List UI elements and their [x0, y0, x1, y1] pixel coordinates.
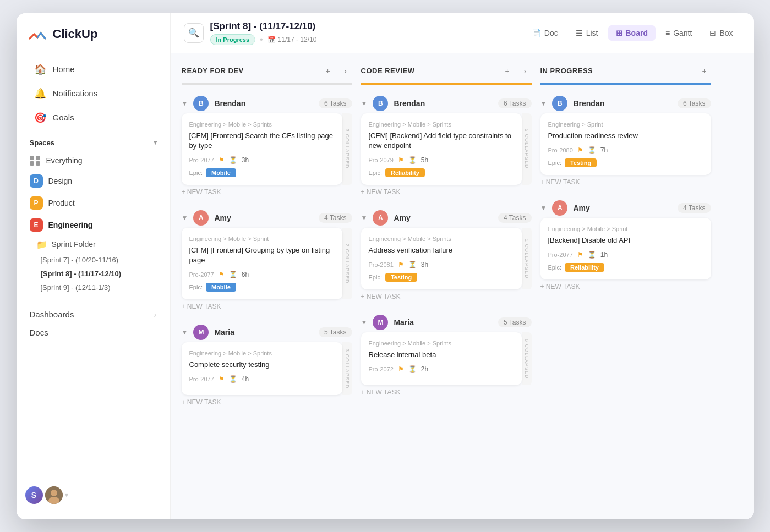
task-card-maria-cr[interactable]: Engineering > Mobile > Sprints Release i… — [361, 332, 522, 385]
home-icon: 🏠 — [34, 63, 46, 75]
box-icon: ⊟ — [709, 29, 716, 37]
task-breadcrumb-brendan-ip: Engineering > Sprint — [548, 121, 703, 128]
nav-home[interactable]: 🏠 Home — [21, 58, 166, 81]
new-task-maria-ready[interactable]: + NEW TASK — [182, 395, 352, 409]
column-code-review: CODE REVIEW + › ▼ B Brendan 6 Tasks — [361, 64, 532, 508]
sprint-8[interactable]: [Sprint 8] - (11/17-12/10) — [17, 267, 170, 281]
folder-icon: 📁 — [36, 239, 47, 250]
add-task-in-progress-button[interactable]: + — [698, 64, 711, 78]
view-tabs: 📄 Doc ☰ List ⊞ Board ≡ Gantt ⊟ Box — [524, 25, 741, 41]
task-time-brendan-cr: 5h — [421, 156, 428, 164]
tab-box[interactable]: ⊟ Box — [702, 25, 740, 41]
flag-icon-brendan-cr: ⚑ — [398, 156, 404, 164]
task-card-brendan-ip-wrapper: Engineering > Sprint Production readines… — [540, 113, 711, 175]
tab-board[interactable]: ⊞ Board — [608, 25, 656, 41]
app-name: ClickUp — [53, 27, 98, 41]
product-icon: P — [30, 196, 43, 210]
epic-label: Epic: — [189, 169, 203, 176]
assignee-group-brendan-ip: ▼ B Brendan 6 Tasks Engineering > Sprint… — [540, 91, 711, 189]
spaces-chevron-icon[interactable]: ▾ — [154, 139, 157, 146]
collapsed-indicator: 3 COLLAPSED — [342, 113, 352, 185]
tab-gantt-label: Gantt — [673, 29, 692, 37]
new-task-brendan-cr[interactable]: + NEW TASK — [361, 185, 532, 199]
task-id-amy-cr: Pro-2081 — [369, 261, 394, 268]
task-breadcrumb-brendan-cr: Engineering > Mobile > Sprints — [369, 121, 514, 128]
tab-list-label: List — [586, 29, 598, 37]
add-task-ready-button[interactable]: + — [321, 64, 335, 78]
task-meta: Pro-2077 ⚑ ⏳ 3h — [189, 156, 335, 164]
assignee-row-brendan-ip: ▼ B Brendan 6 Tasks — [540, 91, 711, 113]
task-title-amy-cr: Address verification failure — [369, 245, 514, 255]
collapsed-indicator-amy: 2 COLLAPSED — [342, 228, 352, 299]
new-task-brendan-ip[interactable]: + NEW TASK — [540, 175, 711, 189]
maria-task-count: 5 Tasks — [319, 327, 352, 337]
flag-icon-amy: ⚑ — [219, 271, 225, 278]
sidebar-item-engineering[interactable]: E Engineering — [17, 214, 170, 236]
column-header-code-review: CODE REVIEW + › — [361, 64, 532, 85]
nav-docs[interactable]: Docs — [17, 323, 170, 342]
expand-ready-button[interactable]: › — [339, 64, 352, 78]
sprint-folder-label: Sprint Folder — [52, 240, 96, 249]
expand-code-review-button[interactable]: › — [518, 64, 532, 78]
user-avatar-area[interactable]: S ▾ — [17, 475, 170, 508]
task-card-brendan-cr[interactable]: Engineering > Mobile > Sprints [CFM] [Ba… — [361, 113, 522, 185]
epic-label-amy: Epic: — [189, 284, 203, 290]
task-meta-amy: Pro-2077 ⚑ ⏳ 6h — [189, 271, 335, 278]
nav-notifications[interactable]: 🔔 Notifications — [21, 82, 166, 105]
tab-list[interactable]: ☰ List — [568, 25, 606, 41]
sprint-9[interactable]: [Sprint 9] - (12/11-1/3) — [17, 281, 170, 294]
new-task-amy-ip[interactable]: + NEW TASK — [540, 279, 711, 294]
flag-icon-maria: ⚑ — [219, 375, 225, 383]
epic-row: Epic: Mobile — [189, 168, 335, 177]
assignee-group-brendan-cr: ▼ B Brendan 6 Tasks Engineering > Mobile… — [361, 91, 532, 199]
add-task-code-review-button[interactable]: + — [501, 64, 514, 78]
sidebar-design-label: Design — [48, 177, 73, 185]
hourglass-icon-amy-ip: ⏳ — [588, 251, 596, 259]
task-meta-brendan-ip: Pro-2080 ⚑ ⏳ 7h — [548, 146, 703, 154]
new-task-maria-cr[interactable]: + NEW TASK — [361, 385, 532, 399]
sprint-7-label: [Sprint 7] - (10/20-11/16) — [41, 256, 119, 264]
task-card[interactable]: Engineering > Mobile > Sprints [CFM] [Fr… — [182, 113, 342, 185]
new-task-amy-ready[interactable]: + NEW TASK — [182, 299, 352, 314]
task-card-amy-cr-wrapper: Engineering > Mobile > Sprints Address v… — [361, 228, 532, 289]
epic-badge-amy: Mobile — [206, 283, 236, 292]
epic-row-amy-cr: Epic: Testing — [369, 273, 514, 282]
sidebar-item-everything[interactable]: Everything — [17, 151, 170, 170]
amy-task-count: 4 Tasks — [319, 213, 352, 223]
task-card-maria[interactable]: Engineering > Mobile > Sprints Complete … — [182, 342, 342, 395]
sidebar-item-product[interactable]: P Product — [17, 192, 170, 214]
tab-doc[interactable]: 📄 Doc — [524, 25, 566, 41]
new-task-amy-cr[interactable]: + NEW TASK — [361, 289, 532, 304]
task-breadcrumb-amy: Engineering > Mobile > Sprint — [189, 235, 335, 242]
task-card-amy[interactable]: Engineering > Mobile > Sprint [CFM] [Fro… — [182, 228, 342, 299]
assignee-group-amy-cr: ▼ A Amy 4 Tasks Engineering > Mobile > S… — [361, 206, 532, 304]
sprint-folder[interactable]: 📁 Sprint Folder — [17, 236, 170, 253]
new-task-brendan-ready[interactable]: + NEW TASK — [182, 185, 352, 199]
tab-gantt[interactable]: ≡ Gantt — [658, 25, 700, 41]
task-id-maria: Pro-2077 — [189, 376, 214, 382]
tab-box-label: Box — [719, 29, 733, 37]
board-icon: ⊞ — [616, 29, 622, 37]
sprint-7[interactable]: [Sprint 7] - (10/20-11/16) — [17, 253, 170, 267]
brendan-task-count: 6 Tasks — [319, 98, 352, 108]
brendan-ip-count: 6 Tasks — [678, 98, 711, 108]
assignee-group-maria-ready: ▼ M Maria 5 Tasks Engineering > Mobile >… — [182, 320, 352, 409]
sidebar-item-design[interactable]: D Design — [17, 170, 170, 192]
task-card-wrapper: Engineering > Mobile > Sprints [CFM] [Fr… — [182, 113, 352, 185]
col-actions-in-progress: + — [698, 64, 711, 78]
column-ready-for-dev: READY FOR DEV + › ▼ B Brendan 6 Tasks — [182, 64, 352, 508]
assignee-row-amy-ip: ▼ A Amy 4 Tasks — [540, 196, 711, 218]
svg-point-1 — [51, 490, 57, 496]
task-breadcrumb: Engineering > Mobile > Sprints — [189, 121, 335, 128]
epic-badge: Mobile — [206, 168, 236, 177]
search-button[interactable]: 🔍 — [184, 23, 204, 43]
avatar-user — [45, 486, 63, 504]
nav-goals[interactable]: 🎯 Goals — [21, 106, 166, 129]
nav-home-label: Home — [53, 64, 75, 74]
nav-dashboards[interactable]: Dashboards › — [17, 305, 170, 323]
task-card-amy-ip[interactable]: Engineering > Mobile > Sprint [Backend] … — [540, 218, 711, 279]
task-time-amy-cr: 3h — [421, 261, 428, 268]
task-card-brendan-ip[interactable]: Engineering > Sprint Production readines… — [540, 113, 711, 175]
task-card-amy-cr[interactable]: Engineering > Mobile > Sprints Address v… — [361, 228, 522, 289]
brendan-cr-avatar: B — [373, 96, 388, 111]
